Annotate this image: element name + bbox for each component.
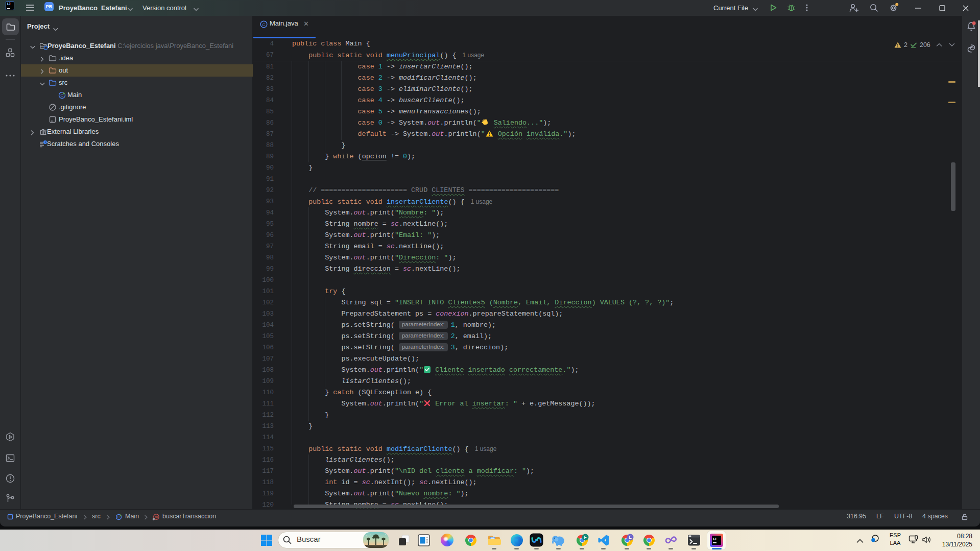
svg-text:E: E xyxy=(629,535,632,540)
svg-text:IJ: IJ xyxy=(713,537,716,541)
svg-text:C: C xyxy=(117,515,120,519)
svg-text:C: C xyxy=(262,22,266,27)
svg-text:F: F xyxy=(584,535,586,540)
svg-text:m: m xyxy=(155,515,158,519)
